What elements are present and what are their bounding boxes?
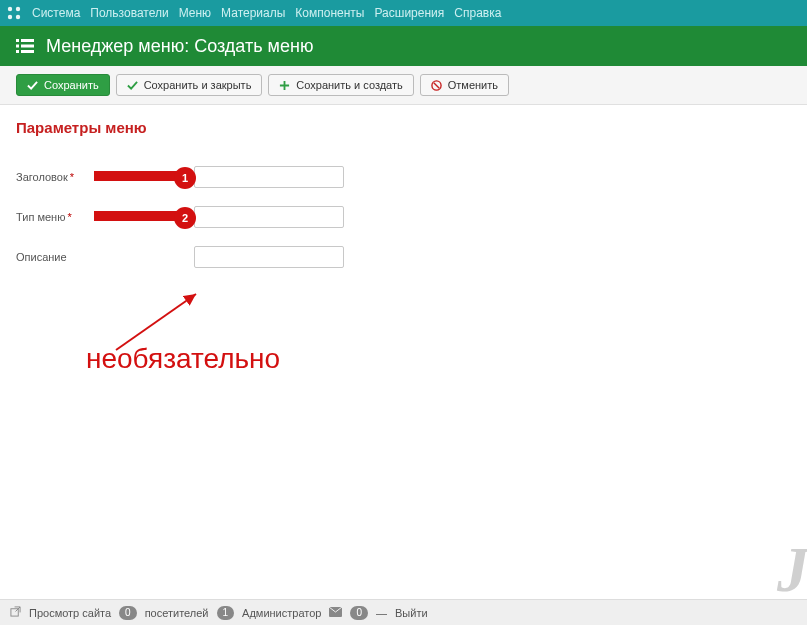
save-close-label: Сохранить и закрыть xyxy=(144,79,252,91)
visitors-label: посетителей xyxy=(145,607,209,619)
action-toolbar: Сохранить Сохранить и закрыть Сохранить … xyxy=(0,66,807,105)
nav-help[interactable]: Справка xyxy=(454,6,501,20)
description-input[interactable] xyxy=(194,246,344,268)
mail-icon xyxy=(329,607,342,619)
nav-users[interactable]: Пользователи xyxy=(90,6,168,20)
svg-point-2 xyxy=(8,15,12,19)
form-row-description: Описание xyxy=(16,246,791,268)
page-title: Менеджер меню: Создать меню xyxy=(46,36,313,57)
check-icon xyxy=(27,80,38,91)
section-heading: Параметры меню xyxy=(16,119,791,136)
page-title-bar: Менеджер меню: Создать меню xyxy=(0,26,807,66)
preview-site-link[interactable]: Просмотр сайта xyxy=(29,607,111,619)
top-menu-bar: Система Пользователи Меню Материалы Комп… xyxy=(0,0,807,26)
admins-count-badge: 1 xyxy=(217,606,235,620)
svg-point-0 xyxy=(8,7,12,11)
callout-badge-2: 2 xyxy=(174,207,196,229)
save-button[interactable]: Сохранить xyxy=(16,74,110,96)
dash-separator: — xyxy=(376,607,387,619)
type-label: Тип меню* xyxy=(16,211,94,223)
save-button-label: Сохранить xyxy=(44,79,99,91)
annotation-optional-text: необязательно xyxy=(86,343,280,375)
messages-count-badge: 0 xyxy=(350,606,368,620)
callout-badge-1: 1 xyxy=(174,167,196,189)
watermark-letter: J xyxy=(777,533,807,607)
nav-menu[interactable]: Меню xyxy=(179,6,211,20)
admins-label: Администратор xyxy=(242,607,321,619)
title-input[interactable] xyxy=(194,166,344,188)
description-label: Описание xyxy=(16,251,94,263)
nav-components[interactable]: Компоненты xyxy=(295,6,364,20)
cancel-icon xyxy=(431,80,442,91)
save-new-button[interactable]: Сохранить и создать xyxy=(268,74,413,96)
cancel-button[interactable]: Отменить xyxy=(420,74,509,96)
nav-extensions[interactable]: Расширения xyxy=(375,6,445,20)
svg-rect-4 xyxy=(16,39,19,42)
content-area: Параметры меню Заголовок* 1 Тип меню* xyxy=(0,105,807,402)
check-icon xyxy=(127,80,138,91)
svg-rect-7 xyxy=(21,45,34,48)
cancel-label: Отменить xyxy=(448,79,498,91)
save-close-button[interactable]: Сохранить и закрыть xyxy=(116,74,263,96)
title-label: Заголовок* xyxy=(16,171,94,183)
type-input[interactable] xyxy=(194,206,344,228)
svg-rect-6 xyxy=(16,45,19,48)
required-star: * xyxy=(70,171,74,183)
nav-system[interactable]: Система xyxy=(32,6,80,20)
svg-point-3 xyxy=(16,15,20,19)
callout-arrow-2: 2 xyxy=(94,207,194,227)
status-bar: Просмотр сайта 0 посетителей 1 Администр… xyxy=(0,599,807,625)
joomla-logo-icon xyxy=(6,5,22,21)
svg-rect-5 xyxy=(21,39,34,42)
form-row-title: Заголовок* 1 xyxy=(16,166,791,188)
svg-rect-9 xyxy=(21,50,34,53)
annotation-area: необязательно xyxy=(16,288,791,388)
form-row-type: Тип меню* 2 xyxy=(16,206,791,228)
svg-point-1 xyxy=(16,7,20,11)
logout-link[interactable]: Выйти xyxy=(395,607,428,619)
external-icon xyxy=(10,606,21,619)
plus-icon xyxy=(279,80,290,91)
list-icon xyxy=(16,37,34,55)
visitors-count-badge: 0 xyxy=(119,606,137,620)
required-star: * xyxy=(67,211,71,223)
save-new-label: Сохранить и создать xyxy=(296,79,402,91)
svg-rect-8 xyxy=(16,50,19,53)
svg-line-11 xyxy=(116,294,196,350)
spacer xyxy=(94,247,194,267)
callout-arrow-1: 1 xyxy=(94,167,194,187)
nav-content[interactable]: Материалы xyxy=(221,6,285,20)
